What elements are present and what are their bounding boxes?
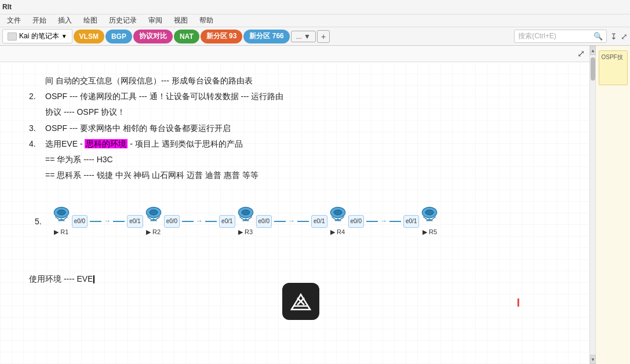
- router-r4: ▶ R4: [327, 205, 348, 238]
- tab-bar: Kai 的笔记本 ▼ VLSM BGP 协议对比 NAT 新分区 93 新分区 …: [0, 27, 630, 46]
- router-r1: ▶ R1: [51, 205, 72, 238]
- svg-point-6: [149, 210, 157, 215]
- tab-new766[interactable]: 新分区 766: [243, 30, 289, 43]
- tab-more[interactable]: ... ▼: [291, 31, 316, 42]
- note-text-2: OSPF --- 传递网段的工具 --- 通！让设备可以转发数据 --- 运行路…: [45, 89, 572, 104]
- port-r1-e00: e0/0: [72, 215, 88, 228]
- note-text-2b: 协议 ---- OSPF 协议！: [45, 107, 125, 117]
- diagram-number: 5.: [35, 214, 42, 229]
- scrollbar-up[interactable]: ▲: [590, 46, 596, 55]
- router-r5-icon: [419, 205, 440, 225]
- link-r3-r4: e0/0 → e0/1: [256, 215, 327, 228]
- sidebar-note-label: OSPF技: [602, 54, 623, 60]
- note-line-2: 2. OSPF --- 传递网段的工具 --- 通！让设备可以转发数据 --- …: [29, 89, 572, 104]
- link-line-3: [274, 221, 286, 222]
- router-r3-icon: [235, 205, 256, 225]
- link-line-4: [366, 221, 378, 222]
- spacer2: [29, 243, 572, 260]
- link-r4-r5: e0/0 → e0/1: [348, 215, 420, 228]
- note-text-3: OSPF --- 要求网络中 相邻的 每台设备都要运行开启: [45, 121, 572, 136]
- ai-icon-svg: [289, 290, 312, 313]
- note-line-h3c: == 华为系 ---- H3C: [45, 152, 572, 167]
- scrollbar-thumb[interactable]: [591, 57, 595, 81]
- router-r2-label: ▶ R2: [146, 227, 161, 238]
- notes-content[interactable]: 间 自动的交互信息（网段信息）--- 形成每台设备的路由表 2. OSPF --…: [0, 62, 589, 364]
- note-text-h3c: == 华为系 ---- H3C: [45, 155, 113, 164]
- router-r3: ▶ R3: [235, 205, 256, 238]
- menu-history[interactable]: 历史记录: [107, 14, 139, 27]
- menu-file[interactable]: 文件: [5, 14, 23, 27]
- text-cursor: [93, 275, 94, 283]
- router-r5-label: ▶ R5: [423, 227, 437, 238]
- port-r2-e00: e0/0: [164, 215, 180, 228]
- note-text-cisco-brands: == 思科系 ---- 锐捷 中兴 神码 山石网科 迈普 迪普 惠普 等等: [45, 170, 258, 180]
- right-sidebar: OSPF技: [595, 46, 630, 364]
- pin-button[interactable]: ↧: [610, 32, 617, 41]
- note-line-cisco-brands: == 思科系 ---- 锐捷 中兴 神码 山石网科 迈普 迪普 惠普 等等: [45, 168, 572, 183]
- link-r2-r3: e0/0 → e0/1: [164, 215, 235, 228]
- port-r5-e01: e0/1: [403, 215, 419, 228]
- scrollbar-down[interactable]: ▼: [590, 355, 596, 364]
- scrollbar-track[interactable]: ▲ ▼: [589, 46, 595, 364]
- content-toolbar: ⤢: [0, 46, 589, 62]
- tab-bar-right: 搜索(Ctrl+E) 🔍 ↧ ⤢: [514, 30, 628, 43]
- router-r4-icon: [327, 205, 348, 225]
- tab-protocol[interactable]: 协议对比: [133, 30, 173, 43]
- menu-draw[interactable]: 绘图: [81, 14, 100, 27]
- port-r4-e01: e0/1: [311, 215, 327, 228]
- menu-view[interactable]: 视图: [172, 14, 190, 27]
- tab-new93[interactable]: 新分区 93: [201, 30, 243, 43]
- router-r5: ▶ R5: [419, 205, 440, 238]
- link-r1-r2: e0/0 → e0/1: [72, 215, 143, 228]
- link-line-2b: [205, 221, 217, 222]
- svg-point-21: [425, 210, 434, 215]
- link-line-3b: [297, 221, 309, 222]
- router-r2-icon: [143, 205, 164, 225]
- port-r2-e01: e0/1: [127, 215, 143, 228]
- tab-add[interactable]: +: [317, 30, 330, 43]
- search-button[interactable]: 🔍: [593, 32, 603, 41]
- sidebar-note-ospf[interactable]: OSPF技: [599, 50, 628, 85]
- notebook-name: Kai 的笔记本: [19, 31, 59, 41]
- expand-button[interactable]: ⤢: [621, 32, 628, 41]
- menu-insert[interactable]: 插入: [56, 14, 74, 27]
- note-line-2b: 协议 ---- OSPF 协议！: [45, 105, 572, 119]
- note-line-3: 3. OSPF --- 要求网络中 相邻的 每台设备都要运行开启: [29, 121, 572, 136]
- link-line-1b: [113, 221, 125, 222]
- floating-ai-icon[interactable]: [282, 283, 319, 320]
- search-box[interactable]: 搜索(Ctrl+E) 🔍: [514, 30, 607, 43]
- router-r4-label: ▶ R4: [330, 227, 345, 238]
- note-number-3: 3.: [29, 121, 45, 136]
- note-line-intro: 间 自动的交互信息（网段信息）--- 形成每台设备的路由表: [45, 74, 572, 88]
- search-placeholder: 搜索(Ctrl+E): [518, 31, 593, 41]
- cursor-pointer-symbol: I: [516, 292, 520, 313]
- link-line-2: [182, 221, 194, 222]
- svg-point-11: [241, 210, 249, 215]
- menu-review[interactable]: 审阅: [146, 14, 165, 27]
- notebook-label[interactable]: Kai 的笔记本 ▼: [2, 29, 72, 43]
- menu-help[interactable]: 帮助: [197, 14, 216, 27]
- router-r2: ▶ R2: [143, 205, 164, 238]
- tab-nat[interactable]: NAT: [174, 30, 199, 43]
- port-r3-e00: e0/0: [256, 215, 272, 228]
- port-r4-e00: e0/0: [348, 215, 364, 228]
- notebook-dropdown-icon[interactable]: ▼: [61, 33, 67, 39]
- link-line-1: [90, 221, 101, 222]
- app-name: RIt: [2, 3, 12, 11]
- note-line-4: 4. 选用EVE - 思科的环境 - 项目上 遇到类似于思科的产品: [29, 137, 572, 151]
- content-expand-icon[interactable]: ⤢: [577, 48, 585, 59]
- note-number-2: 2.: [29, 89, 45, 104]
- highlight-cisco: 思科的环境: [85, 139, 128, 148]
- note-number-4: 4.: [29, 137, 45, 151]
- svg-point-16: [333, 210, 341, 215]
- menu-start[interactable]: 开始: [30, 14, 49, 27]
- main-layout: ⤢ 间 自动的交互信息（网段信息）--- 形成每台设备的路由表 2. OSPF …: [0, 46, 630, 364]
- tab-vlsm[interactable]: VLSM: [74, 30, 104, 43]
- title-bar: RIt: [0, 0, 630, 14]
- note-text-4: 选用EVE - 思科的环境 - 项目上 遇到类似于思科的产品: [45, 137, 572, 151]
- router-r1-label: ▶ R1: [54, 227, 68, 238]
- router-r1-icon: [51, 205, 72, 225]
- router-diagram: 5. ▶ R1 e: [29, 205, 572, 238]
- notebook-icon: [8, 32, 17, 41]
- tab-bgp[interactable]: BGP: [105, 30, 132, 43]
